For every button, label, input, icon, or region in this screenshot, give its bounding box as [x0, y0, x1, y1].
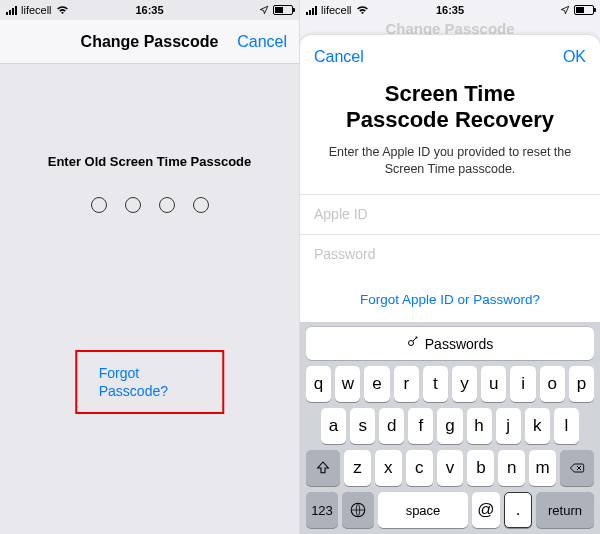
key-g[interactable]: g — [437, 408, 462, 444]
keyboard-row: asdfghjkl — [306, 408, 594, 444]
keyboard: Passwords qwertyuiop asdfghjkl zxcvbnm 1… — [300, 322, 600, 534]
key-x[interactable]: x — [375, 450, 402, 486]
key-d[interactable]: d — [379, 408, 404, 444]
forgot-apple-id-link[interactable]: Forgot Apple ID or Password? — [300, 274, 600, 325]
key-k[interactable]: k — [525, 408, 550, 444]
screen-change-passcode: lifecell 16:35 Change Passcode Cancel En… — [0, 0, 300, 534]
status-bar: lifecell 16:35 — [300, 0, 600, 20]
key-c[interactable]: c — [406, 450, 433, 486]
signal-bars-icon — [6, 6, 17, 15]
numbers-key[interactable]: 123 — [306, 492, 338, 528]
key-q[interactable]: q — [306, 366, 331, 402]
battery-icon — [574, 5, 594, 15]
sheet-cancel-button[interactable]: Cancel — [314, 48, 364, 66]
shift-key[interactable] — [306, 450, 340, 486]
forgot-passcode-highlight: Forgot Passcode? — [75, 350, 225, 414]
passcode-dot — [159, 197, 175, 213]
forgot-passcode-link[interactable]: Forgot Passcode? — [99, 365, 168, 399]
key-w[interactable]: w — [335, 366, 360, 402]
screen-passcode-recovery: lifecell 16:35 Change Passcode Cancel OK… — [300, 0, 600, 534]
sheet-ok-button[interactable]: OK — [563, 48, 586, 66]
nav-bar: Change Passcode Cancel — [0, 20, 299, 64]
carrier-label: lifecell — [321, 4, 352, 16]
space-key[interactable]: space — [378, 492, 468, 528]
passcode-dot — [193, 197, 209, 213]
keyboard-row: qwertyuiop — [306, 366, 594, 402]
location-icon — [259, 5, 269, 15]
backspace-key[interactable] — [560, 450, 594, 486]
key-f[interactable]: f — [408, 408, 433, 444]
clock: 16:35 — [135, 4, 163, 16]
location-icon — [560, 5, 570, 15]
passcode-dot — [125, 197, 141, 213]
status-bar: lifecell 16:35 — [0, 0, 299, 20]
key-a[interactable]: a — [321, 408, 346, 444]
keyboard-row: 123 space @ . return — [306, 492, 594, 528]
carrier-label: lifecell — [21, 4, 52, 16]
recovery-sheet: Cancel OK Screen Time Passcode Recovery … — [300, 35, 600, 534]
key-i[interactable]: i — [510, 366, 535, 402]
key-r[interactable]: r — [394, 366, 419, 402]
key-e[interactable]: e — [364, 366, 389, 402]
key-m[interactable]: m — [529, 450, 556, 486]
signal-bars-icon — [306, 6, 317, 15]
autofill-passwords-button[interactable]: Passwords — [306, 326, 594, 360]
key-t[interactable]: t — [423, 366, 448, 402]
keyboard-row: zxcvbnm — [306, 450, 594, 486]
password-field[interactable]: Password — [300, 234, 600, 274]
key-icon — [407, 335, 419, 352]
battery-icon — [273, 5, 293, 15]
nav-title: Change Passcode — [81, 33, 219, 51]
dot-key[interactable]: . — [504, 492, 532, 528]
cancel-button[interactable]: Cancel — [237, 33, 287, 51]
key-l[interactable]: l — [554, 408, 579, 444]
passcode-prompt: Enter Old Screen Time Passcode — [0, 154, 299, 169]
key-h[interactable]: h — [467, 408, 492, 444]
return-key[interactable]: return — [536, 492, 594, 528]
key-p[interactable]: p — [569, 366, 594, 402]
passcode-dot — [91, 197, 107, 213]
sheet-title: Screen Time Passcode Recovery — [300, 81, 600, 134]
sheet-subtitle: Enter the Apple ID you provided to reset… — [300, 134, 600, 194]
key-j[interactable]: j — [496, 408, 521, 444]
key-o[interactable]: o — [540, 366, 565, 402]
key-n[interactable]: n — [498, 450, 525, 486]
wifi-icon — [356, 5, 369, 15]
at-key[interactable]: @ — [472, 492, 500, 528]
key-u[interactable]: u — [481, 366, 506, 402]
key-v[interactable]: v — [437, 450, 464, 486]
key-s[interactable]: s — [350, 408, 375, 444]
key-b[interactable]: b — [467, 450, 494, 486]
wifi-icon — [56, 5, 69, 15]
clock: 16:35 — [436, 4, 464, 16]
svg-point-0 — [408, 341, 413, 346]
key-y[interactable]: y — [452, 366, 477, 402]
emoji-key[interactable] — [342, 492, 374, 528]
key-z[interactable]: z — [344, 450, 371, 486]
apple-id-field[interactable]: Apple ID — [300, 194, 600, 234]
passcode-dots[interactable] — [0, 197, 299, 213]
